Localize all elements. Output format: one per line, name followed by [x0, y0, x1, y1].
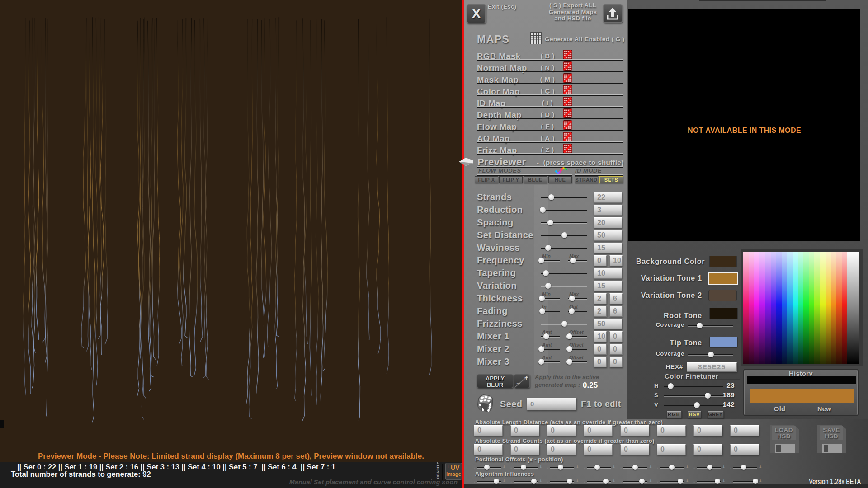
svg-text:−: −	[516, 380, 520, 387]
svg-text:+: +	[524, 375, 528, 381]
